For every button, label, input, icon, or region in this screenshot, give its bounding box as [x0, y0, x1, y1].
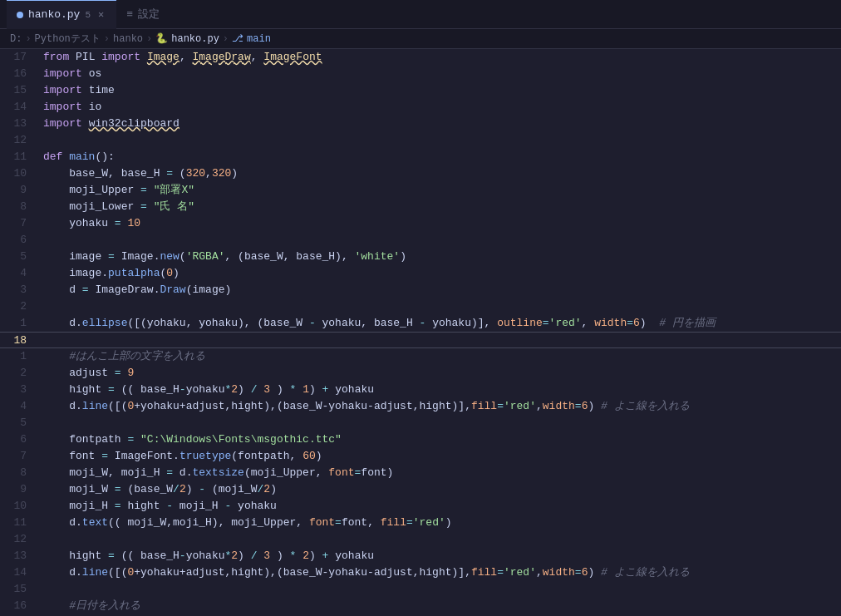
table-row: 11 def main():	[0, 149, 841, 165]
folder2-label: hanko	[113, 33, 143, 45]
settings-label: 設定	[138, 7, 160, 22]
line-number: 12	[0, 132, 40, 149]
line-number: 5	[0, 249, 40, 265]
line-number: 4	[0, 265, 40, 282]
line-number: 1	[0, 315, 40, 332]
file-name-label: hanko.py	[171, 33, 219, 45]
code-area: 17 from PIL import Image, ImageDraw, Ima…	[0, 49, 841, 616]
line-content: hight = (( base_H-yohaku*2) / 3 ) * 2) +…	[40, 548, 841, 564]
editor: 17 from PIL import Image, ImageDraw, Ima…	[0, 49, 841, 616]
line-content: yohaku = 10	[40, 215, 841, 232]
line-number: 13	[0, 548, 40, 564]
line-number: 8	[0, 199, 40, 215]
line-content: moji_W = (base_W/2) - (moji_W/2)	[40, 481, 841, 498]
title-bar: hanko.py 5 ✕ ≡ 設定	[0, 0, 841, 29]
line-content: font = ImageFont.truetype(fontpath, 60)	[40, 448, 841, 465]
line-number: 7	[0, 215, 40, 232]
line-content	[40, 298, 841, 315]
line-content: moji_Upper = "部署X"	[40, 182, 841, 199]
file-icon: 🐍	[155, 32, 168, 45]
table-row: 15 import time	[0, 82, 841, 99]
line-content: d = ImageDraw.Draw(image)	[40, 282, 841, 298]
line-content: def main():	[40, 149, 841, 165]
table-row: 4 image.putalpha(0)	[0, 265, 841, 282]
active-tab[interactable]: hanko.py 5 ✕	[7, 0, 116, 29]
line-content: fontpath = "C:\Windows\Fonts\msgothic.tt…	[40, 431, 841, 448]
line-content	[40, 415, 841, 431]
line-content: from PIL import Image, ImageDraw, ImageF…	[40, 49, 841, 66]
line-content: d.line([(0+yohaku+adjust,hight),(base_W-…	[40, 398, 841, 415]
line-content: moji_H = hight - moji_H - yohaku	[40, 498, 841, 515]
line-content	[40, 132, 841, 149]
settings-tab[interactable]: ≡ 設定	[116, 2, 170, 27]
line-content: #日付を入れる	[40, 598, 841, 614]
table-row: 10 base_W, base_H = (320,320)	[0, 165, 841, 182]
table-row: 13 import win32clipboard	[0, 116, 841, 132]
line-number: 9	[0, 481, 40, 498]
table-row: 11 d.text(( moji_W,moji_H), moji_Upper, …	[0, 515, 841, 531]
line-content: import io	[40, 99, 841, 116]
line-content	[40, 232, 841, 249]
line-number: 8	[0, 465, 40, 481]
line-content: adjust = 9	[40, 365, 841, 382]
sep4: ›	[223, 33, 229, 45]
table-row: 5 image = Image.new('RGBA', (base_W, bas…	[0, 249, 841, 265]
branch-label: main	[247, 33, 271, 45]
table-row: 6	[0, 232, 841, 249]
line-number: 15	[0, 581, 40, 598]
table-row: 4 d.line([(0+yohaku+adjust,hight),(base_…	[0, 398, 841, 415]
table-row: 14 d.line([(0+yohaku+adjust,hight),(base…	[0, 564, 841, 581]
table-row: 13 hight = (( base_H-yohaku*2) / 3 ) * 2…	[0, 548, 841, 564]
table-row: 16 #日付を入れる	[0, 598, 841, 614]
line-number: 10	[0, 165, 40, 182]
table-row: 9 moji_Upper = "部署X"	[0, 182, 841, 199]
settings-icon: ≡	[126, 8, 133, 21]
sep1: ›	[25, 33, 31, 45]
branch-icon: ⎇	[232, 32, 243, 45]
table-row: 1 d.ellipse([(yohaku, yohaku), (base_W -…	[0, 315, 841, 332]
line-content	[40, 531, 841, 548]
line-content: image = Image.new('RGBA', (base_W, base_…	[40, 249, 841, 265]
line-content: #はんこ上部の文字を入れる	[40, 348, 841, 365]
sep3: ›	[146, 33, 152, 45]
drive-label: D:	[10, 33, 22, 45]
table-row: 5	[0, 415, 841, 431]
line-number: 7	[0, 448, 40, 465]
line-number: 3	[0, 282, 40, 298]
line-number: 16	[0, 598, 40, 614]
line-content: d.ellipse([(yohaku, yohaku), (base_W - y…	[40, 315, 841, 332]
line-content: d.line([(0+yohaku+adjust,hight),(base_W-…	[40, 564, 841, 581]
line-content: moji_Lower = "氏 名"	[40, 199, 841, 215]
line-number: 17	[0, 49, 40, 66]
line-content: import os	[40, 66, 841, 82]
line-number: 2	[0, 365, 40, 382]
line-number: 3	[0, 382, 40, 398]
line-content: image.putalpha(0)	[40, 265, 841, 282]
line-content	[40, 581, 841, 598]
tab-count: 5	[85, 10, 91, 20]
line-number: 6	[0, 232, 40, 249]
line-number: 12	[0, 531, 40, 548]
line-number: 4	[0, 398, 40, 415]
table-row: 8 moji_W, moji_H = d.textsize(moji_Upper…	[0, 465, 841, 481]
table-row: 6 fontpath = "C:\Windows\Fonts\msgothic.…	[0, 431, 841, 448]
table-row: 2 adjust = 9	[0, 365, 841, 382]
table-row: 3 d = ImageDraw.Draw(image)	[0, 282, 841, 298]
table-row: 8 moji_Lower = "氏 名"	[0, 199, 841, 215]
table-row: 14 import io	[0, 99, 841, 116]
line-number: 5	[0, 415, 40, 431]
tab-close-icon[interactable]: ✕	[96, 7, 106, 22]
table-row: 2	[0, 298, 841, 315]
line-content: d.text(( moji_W,moji_H), moji_Upper, fon…	[40, 515, 841, 531]
line-number: 6	[0, 431, 40, 448]
line-content: import time	[40, 82, 841, 99]
line-content: base_W, base_H = (320,320)	[40, 165, 841, 182]
line-number: 2	[0, 298, 40, 315]
line-number: 14	[0, 99, 40, 116]
sep2: ›	[104, 33, 110, 45]
table-row: 17 from PIL import Image, ImageDraw, Ima…	[0, 49, 841, 66]
table-row: 18	[0, 332, 841, 348]
line-content: moji_W, moji_H = d.textsize(moji_Upper, …	[40, 465, 841, 481]
line-content	[40, 333, 841, 349]
line-number: 18	[0, 333, 40, 349]
